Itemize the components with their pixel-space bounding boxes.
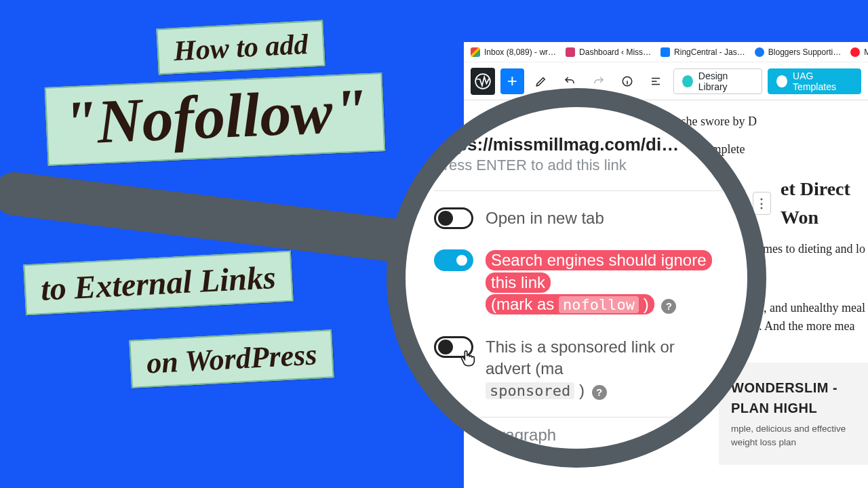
outline-button[interactable] <box>644 68 667 94</box>
design-library-button[interactable]: Design Library <box>673 68 762 94</box>
wonderslim-subtitle: mple, delicious and effective weight los… <box>731 422 856 450</box>
title-line-3: to External Links <box>23 251 293 316</box>
tab-label: Bloggers Supporti… <box>768 47 841 57</box>
block-options-button[interactable]: ⋮ <box>753 192 771 215</box>
nofollow-row: Search engines should ignore this link (… <box>434 249 724 315</box>
tab-label: Miss M <box>864 47 868 57</box>
info-button[interactable] <box>616 68 639 94</box>
title-line-2: "Nofollow" <box>45 73 385 166</box>
link-url-input[interactable]: https://missmillmag.com/di… <box>434 134 724 155</box>
sponsored-row: This is a sponsored link or advert (ma s… <box>434 336 724 402</box>
tab-label: RingCentral - Jas… <box>674 47 745 57</box>
add-block-button[interactable]: + <box>500 68 524 94</box>
tab-gmail[interactable]: Inbox (8,089) - wr… <box>471 47 556 57</box>
title-line-1: How to add <box>156 20 326 75</box>
nofollow-toggle[interactable] <box>434 249 473 271</box>
wordpress-logo[interactable] <box>471 68 495 95</box>
wonderslim-title: WONDERSLIM - PLAN HIGHL <box>731 378 856 418</box>
open-new-tab-row: Open in new tab <box>434 207 724 229</box>
divider <box>434 190 724 191</box>
uag-templates-button[interactable]: UAG Templates <box>768 68 861 94</box>
tab-label: Dashboard ‹ Miss… <box>579 47 651 57</box>
title-line-4: on WordPress <box>129 329 334 388</box>
help-icon[interactable]: ? <box>661 299 676 314</box>
doc-heading[interactable]: et Direct Won <box>781 175 868 232</box>
magnifier-lens: https://missmillmag.com/di… Press ENTER … <box>387 88 766 468</box>
doc-heading-row: ⋮ et Direct Won <box>753 175 868 232</box>
browser-tabs: Inbox (8,089) - wr… Dashboard ‹ Miss… Ri… <box>464 42 868 62</box>
nofollow-label: Search engines should ignore this link (… <box>486 249 724 315</box>
wonderslim-block[interactable]: WONDERSLIM - PLAN HIGHL mple, delicious … <box>719 363 868 465</box>
tab-missm[interactable]: Miss M <box>850 47 868 57</box>
cursor-pointer-icon <box>458 348 477 369</box>
uag-icon <box>776 75 787 87</box>
tab-bloggers[interactable]: Bloggers Supporti… <box>755 47 841 57</box>
wordpress-tab-icon <box>566 47 575 57</box>
tab-label: Inbox (8,089) - wr… <box>484 47 556 57</box>
tab-ringcentral[interactable]: RingCentral - Jas… <box>660 47 745 57</box>
ringcentral-icon <box>660 47 670 57</box>
design-library-icon <box>682 75 693 87</box>
opera-icon <box>850 47 860 57</box>
uag-templates-label: UAG Templates <box>793 70 852 92</box>
facebook-icon <box>755 47 764 57</box>
tab-dashboard[interactable]: Dashboard ‹ Miss… <box>566 47 651 57</box>
sponsored-label: This is a sponsored link or advert (ma s… <box>486 336 724 402</box>
link-url-hint: Press ENTER to add this link <box>434 157 724 174</box>
help-icon[interactable]: ? <box>592 385 607 400</box>
gmail-icon <box>471 47 480 57</box>
link-settings-popover: https://missmillmag.com/di… Press ENTER … <box>406 107 747 449</box>
open-new-tab-label: Open in new tab <box>486 207 724 229</box>
design-library-label: Design Library <box>698 70 753 92</box>
open-new-tab-toggle[interactable] <box>434 207 473 229</box>
